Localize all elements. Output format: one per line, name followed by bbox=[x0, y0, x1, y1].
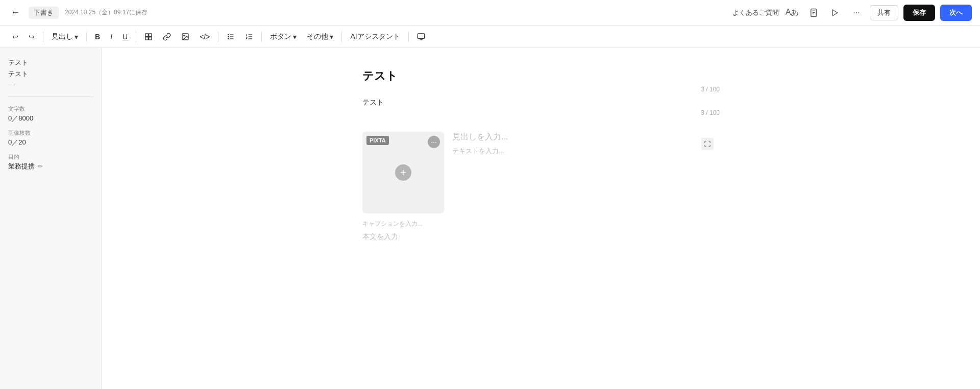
content-area[interactable]: テスト 3 / 100 テスト 3 / 100 PIXTA ··· + bbox=[102, 48, 980, 389]
next-button[interactable]: 次へ bbox=[940, 5, 972, 21]
editor-section: テスト 3 / 100 テスト 3 / 100 PIXTA ··· + bbox=[362, 68, 720, 241]
svg-marker-4 bbox=[832, 10, 837, 16]
heading-button[interactable]: 見出し ▾ bbox=[47, 30, 82, 43]
list-ol-button[interactable] bbox=[241, 31, 257, 43]
svg-point-16 bbox=[228, 38, 229, 39]
share-button[interactable]: 共有 bbox=[870, 5, 898, 20]
back-button[interactable]: ← bbox=[8, 6, 22, 20]
purpose-value: 業務提携 bbox=[8, 162, 35, 171]
toolbar-divider-1 bbox=[43, 32, 43, 42]
purpose-row: 業務提携 ✏ bbox=[8, 162, 93, 171]
sidebar-toc-item-2[interactable]: テスト bbox=[8, 69, 93, 79]
save-timestamp: 2024.10.25（金）09:17に保存 bbox=[65, 8, 148, 17]
undo-button[interactable]: ↩ bbox=[8, 31, 22, 43]
italic-button[interactable]: I bbox=[106, 31, 116, 43]
purpose-edit-icon[interactable]: ✏ bbox=[38, 163, 43, 170]
monitor-button[interactable] bbox=[413, 31, 429, 43]
card-block: PIXTA ··· + 見出しを入力... テキストを入力... bbox=[362, 132, 720, 213]
toolbar-divider-4 bbox=[218, 32, 218, 42]
redo-button[interactable]: ↪ bbox=[24, 31, 39, 43]
toolbar-divider-5 bbox=[261, 32, 262, 42]
image-count-value: 0／20 bbox=[8, 138, 93, 147]
toolbar-divider-2 bbox=[86, 32, 87, 42]
play-icon-button[interactable] bbox=[827, 5, 843, 21]
bold-button[interactable]: B bbox=[91, 31, 104, 43]
body-placeholder[interactable]: 本文を入力 bbox=[362, 232, 720, 241]
sidebar-toc-item-1[interactable]: テスト bbox=[8, 58, 93, 67]
svg-rect-7 bbox=[145, 37, 148, 39]
svg-rect-5 bbox=[145, 34, 148, 36]
image-more-button[interactable]: ··· bbox=[428, 136, 440, 148]
list-ul-button[interactable] bbox=[223, 31, 239, 43]
title-char-counter: 3 / 100 bbox=[362, 86, 720, 93]
purpose-label: 目的 bbox=[8, 153, 93, 161]
svg-rect-8 bbox=[149, 37, 152, 39]
sidebar-toc-dash: — bbox=[8, 81, 93, 88]
editor-toolbar: ↩ ↪ 見出し ▾ B I U </> ボタン ▾ その他 ▾ AIアシスタント bbox=[0, 26, 980, 48]
topbar: ← 下書き 2024.10.25（金）09:17に保存 よくあるご質問 Aあ ·… bbox=[0, 0, 980, 26]
card-resize-button[interactable] bbox=[701, 138, 714, 150]
toolbar-divider-6 bbox=[341, 32, 342, 42]
more-button[interactable]: その他 ▾ bbox=[303, 30, 337, 43]
char-count-value: 0／8000 bbox=[8, 114, 93, 123]
image-button[interactable] bbox=[177, 31, 193, 43]
pixta-badge: PIXTA bbox=[366, 136, 389, 145]
sidebar-divider bbox=[8, 96, 93, 97]
caption-placeholder[interactable]: キャプションを入力... bbox=[362, 220, 720, 228]
svg-point-10 bbox=[184, 35, 185, 36]
faq-button[interactable]: よくあるご質問 bbox=[732, 8, 779, 17]
card-heading-placeholder[interactable]: 見出しを入力... bbox=[452, 132, 720, 142]
svg-point-14 bbox=[228, 34, 229, 35]
code-button[interactable]: </> bbox=[195, 31, 214, 43]
article-body[interactable]: テスト bbox=[362, 98, 720, 107]
svg-rect-6 bbox=[149, 34, 152, 36]
sidebar: テスト テスト — 文字数 0／8000 画像枚数 0／20 目的 業務提携 ✏ bbox=[0, 48, 102, 389]
layout-button[interactable] bbox=[140, 31, 157, 43]
title-block[interactable]: テスト 3 / 100 bbox=[362, 68, 720, 93]
image-placeholder[interactable]: PIXTA ··· + bbox=[362, 132, 444, 213]
save-button[interactable]: 保存 bbox=[903, 5, 935, 21]
font-icon-button[interactable]: Aあ bbox=[784, 5, 800, 21]
card-text-placeholder[interactable]: テキストを入力... bbox=[452, 147, 720, 156]
article-title[interactable]: テスト bbox=[362, 68, 720, 84]
draft-badge: 下書き bbox=[29, 7, 59, 19]
underline-button[interactable]: U bbox=[118, 31, 132, 43]
image-count-label: 画像枚数 bbox=[8, 129, 93, 137]
card-block-wrapper: PIXTA ··· + 見出しを入力... テキストを入力... bbox=[362, 132, 720, 213]
body-char-counter: 3 / 100 bbox=[362, 109, 720, 116]
link-button[interactable] bbox=[159, 31, 175, 43]
body-text-block[interactable]: テスト 3 / 100 bbox=[362, 98, 720, 116]
svg-rect-20 bbox=[418, 34, 424, 38]
topbar-right: よくあるご質問 Aあ ··· 共有 保存 次へ bbox=[732, 5, 972, 21]
toolbar-divider-7 bbox=[408, 32, 409, 42]
topbar-left: ← 下書き 2024.10.25（金）09:17に保存 bbox=[8, 6, 732, 20]
more-icon-button[interactable]: ··· bbox=[848, 5, 865, 21]
svg-point-15 bbox=[228, 36, 229, 37]
ai-assistant-button[interactable]: AIアシスタント bbox=[346, 30, 404, 43]
button-insert-button[interactable]: ボタン ▾ bbox=[266, 30, 301, 43]
image-add-button[interactable]: + bbox=[395, 164, 411, 181]
toolbar-divider-3 bbox=[136, 32, 136, 42]
doc-icon-button[interactable] bbox=[805, 5, 822, 21]
card-text-area[interactable]: 見出しを入力... テキストを入力... bbox=[452, 132, 720, 156]
char-count-label: 文字数 bbox=[8, 105, 93, 113]
main-layout: テスト テスト — 文字数 0／8000 画像枚数 0／20 目的 業務提携 ✏… bbox=[0, 48, 980, 389]
